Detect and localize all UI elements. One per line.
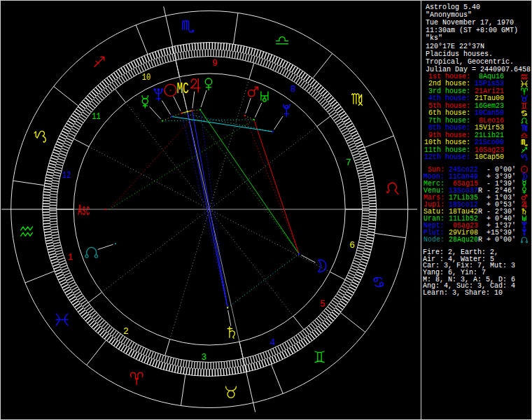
svg-text:2: 2 — [123, 326, 129, 337]
svg-text:6: 6 — [349, 240, 355, 251]
svg-text:7: 7 — [346, 158, 351, 168]
svg-text:Tropical, Geocentric.: Tropical, Geocentric. — [426, 58, 514, 66]
svg-text:1st house: 8Aqu16: 1st house: 8Aqu16 — [424, 73, 504, 80]
svg-text:11: 11 — [92, 111, 101, 122]
svg-text:11:30am (ST +8:00 GMT): 11:30am (ST +8:00 GMT) — [426, 27, 518, 34]
svg-text:"Anonymous": "Anonymous" — [426, 11, 472, 19]
svg-text:3: 3 — [202, 352, 207, 363]
svg-text:11th house: 16Sag23: 11th house: 16Sag23 — [424, 146, 504, 154]
svg-text:5: 5 — [320, 299, 326, 309]
svg-text:12th house: 10Cap50: 12th house: 10Cap50 — [424, 153, 504, 161]
svg-text:6th house: 10Can50: 6th house: 10Can50 — [424, 109, 504, 117]
svg-text:7th house: 8Leo16: 7th house: 8Leo16 — [424, 117, 504, 125]
svg-text:Learn: 3, Share: 10: Learn: 3, Share: 10 — [423, 289, 503, 297]
svg-text:5th house: 16Gem23: 5th house: 16Gem23 — [424, 102, 504, 110]
svg-text:8: 8 — [290, 84, 296, 94]
svg-text:Asc: Asc — [78, 202, 90, 220]
svg-text:10: 10 — [142, 72, 151, 83]
svg-text:8th house: 15Vir53: 8th house: 15Vir53 — [424, 124, 504, 132]
svg-text:4th house: 21Tau00: 4th house: 21Tau00 — [424, 94, 504, 102]
svg-text:"ks": "ks" — [426, 34, 442, 42]
svg-text:Tue November 17, 1970: Tue November 17, 1970 — [426, 19, 514, 27]
svg-text:1: 1 — [67, 252, 73, 262]
svg-text:Node: 28Aqu20R + 0°00': Node: 28Aqu20R + 0°00' — [424, 236, 516, 244]
svg-text:9: 9 — [212, 58, 218, 69]
svg-text:3rd house: 21Ari21: 3rd house: 21Ari21 — [424, 88, 504, 95]
svg-text:4: 4 — [270, 337, 275, 348]
svg-text:Placidus houses.: Placidus houses. — [426, 50, 493, 58]
svg-text:MC: MC — [177, 80, 189, 98]
svg-text:Astrolog 5.40: Astrolog 5.40 — [426, 4, 480, 11]
svg-text:9th house: 21Lib21: 9th house: 21Lib21 — [424, 132, 504, 139]
svg-text:10th house: 21Sco00: 10th house: 21Sco00 — [424, 139, 504, 146]
svg-text:120°17E 22°37N: 120°17E 22°37N — [426, 43, 484, 50]
svg-text:2nd house: 15Pis53: 2nd house: 15Pis53 — [424, 80, 504, 88]
svg-text:12: 12 — [62, 170, 71, 181]
